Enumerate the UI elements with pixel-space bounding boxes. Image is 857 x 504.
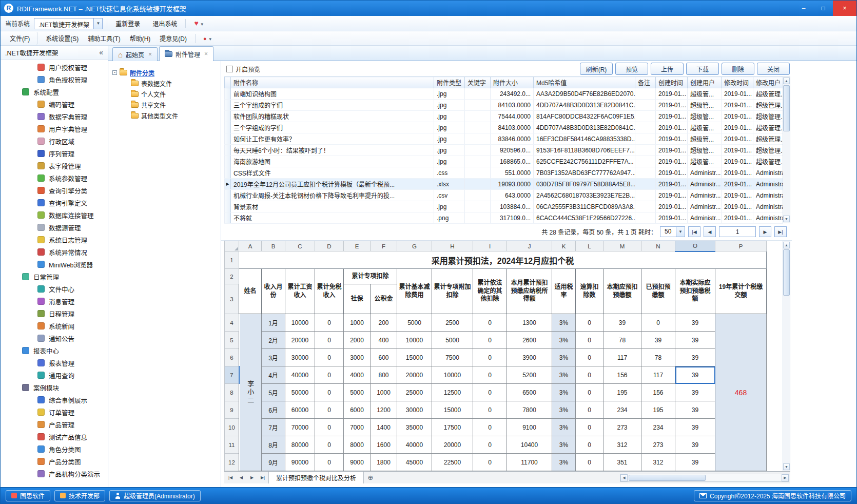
sheet-cell[interactable]: 0 bbox=[576, 436, 603, 454]
sheet-cell[interactable]: 22500 bbox=[432, 454, 473, 471]
sheet-vertical-scrollbar[interactable]: ▲ ▼ bbox=[783, 241, 790, 471]
sheet-cell[interactable]: 0 bbox=[576, 384, 603, 401]
sheet-cell[interactable]: 3% bbox=[552, 419, 576, 436]
chevron-down-icon[interactable]: ▼ bbox=[93, 18, 102, 29]
sidebar-item[interactable]: 报表中心 bbox=[1, 344, 108, 357]
add-sheet-icon[interactable]: ⊕ bbox=[364, 474, 377, 481]
attachment-row[interactable]: 三个字组成的字们 .jpg 84103.0000 4DD707A48B3D0D3… bbox=[225, 122, 783, 133]
sidebar-item[interactable]: 文件中心 bbox=[1, 283, 108, 295]
attachment-row[interactable]: 海南旅游地图 .jpg 168865.0... 625CCFE242C75611… bbox=[225, 156, 783, 167]
action-button[interactable]: 预览 bbox=[615, 63, 648, 75]
sheet-cell[interactable]: 0 bbox=[473, 384, 507, 401]
category-root-row[interactable]: - 附件分类 bbox=[112, 67, 217, 78]
scroll-left-icon[interactable]: ◀ bbox=[620, 474, 628, 481]
sidebar-item[interactable]: 通用查询 bbox=[1, 369, 108, 381]
sidebar-item[interactable]: 报表管理 bbox=[1, 357, 108, 369]
column-letter[interactable]: O bbox=[675, 241, 715, 251]
hdr-taxable[interactable]: 本月累计预扣预缴应纳税所得额 bbox=[507, 269, 552, 314]
row-number[interactable]: 4 bbox=[225, 314, 239, 332]
sidebar-item[interactable]: 数据源管理 bbox=[1, 221, 108, 234]
sidebar-item[interactable]: 案例模块 bbox=[1, 381, 108, 394]
close-tab-icon[interactable]: × bbox=[148, 51, 152, 58]
sidebar-item[interactable]: 数据库连接管理 bbox=[1, 209, 108, 221]
sidebar-item[interactable]: 测试产品信息 bbox=[1, 431, 108, 443]
col-header-size[interactable]: 附件大小 bbox=[491, 77, 534, 88]
sheet-cell[interactable]: 1000 bbox=[371, 384, 397, 401]
column-letter[interactable]: L bbox=[576, 241, 603, 251]
sidebar-item[interactable]: 日程管理 bbox=[1, 307, 108, 320]
sheet-cell[interactable]: 156 bbox=[641, 384, 675, 401]
sheet-cell[interactable]: 8000 bbox=[344, 436, 371, 454]
hdr-special-group[interactable]: 累计专项扣除 bbox=[344, 269, 397, 284]
sheet-cell[interactable]: 0 bbox=[315, 384, 344, 401]
sidebar-item[interactable]: 综合事例展示 bbox=[1, 394, 108, 406]
sheet-cell[interactable]: 3% bbox=[552, 332, 576, 349]
sheet-cell[interactable]: 195 bbox=[603, 384, 641, 401]
sheet-cell[interactable]: 273 bbox=[641, 436, 675, 454]
sheet-cell[interactable]: 3月 bbox=[262, 349, 285, 366]
sheet-cell[interactable]: 3% bbox=[552, 384, 576, 401]
sidebar-item[interactable]: 用户授权管理 bbox=[1, 61, 108, 73]
sheet-cell[interactable]: 0 bbox=[473, 401, 507, 419]
sheet-cell[interactable]: 5000 bbox=[397, 314, 432, 332]
sheet-cell[interactable]: 39 bbox=[675, 349, 715, 366]
col-header-name[interactable]: 附件名称 bbox=[231, 77, 434, 88]
attachment-row[interactable]: 如何让工作更有效率？ .jpg 83846.0000 16EF3CD8F5841… bbox=[225, 133, 783, 145]
sheet-cell[interactable]: 0 bbox=[315, 314, 344, 332]
sheet-cell[interactable]: 0 bbox=[315, 454, 344, 471]
sheet-cell[interactable]: 5000 bbox=[432, 332, 473, 349]
sheet-cell[interactable]: 25000 bbox=[397, 384, 432, 401]
scroll-right-icon[interactable]: ▶ bbox=[782, 474, 789, 481]
scrollbar-thumb[interactable] bbox=[629, 475, 706, 481]
action-button[interactable]: 上传 bbox=[651, 63, 684, 75]
sheet-cell[interactable]: 39 bbox=[675, 419, 715, 436]
sheet-cell[interactable]: 9100 bbox=[507, 419, 552, 436]
hdr-rate[interactable]: 适用税率 bbox=[552, 269, 576, 314]
row-number[interactable]: 1 bbox=[225, 251, 239, 269]
sidebar-item[interactable]: 订单管理 bbox=[1, 406, 108, 418]
sheet-cell[interactable]: 1300 bbox=[507, 314, 552, 332]
attachment-row[interactable]: 前端知识结构图 .jpg 243492.0... AA3A2D9B50D4F76… bbox=[225, 88, 783, 100]
sidebar-item[interactable]: 编码管理 bbox=[1, 98, 108, 110]
sidebar-item[interactable]: 消息管理 bbox=[1, 295, 108, 307]
sheet-cell[interactable]: 20000 bbox=[285, 332, 315, 349]
sheet-cell[interactable]: 2600 bbox=[507, 332, 552, 349]
sheet-cell[interactable]: 0 bbox=[641, 314, 675, 332]
sheet-cell[interactable]: 6月 bbox=[262, 401, 285, 419]
hdr-actual[interactable]: 本期实际应预扣预缴税额 bbox=[675, 269, 715, 314]
sheet-cell[interactable]: 0 bbox=[315, 436, 344, 454]
sheet-cell[interactable]: 0 bbox=[473, 349, 507, 366]
action-button[interactable]: 下载 bbox=[686, 63, 719, 75]
sheet-cell[interactable]: 10000 bbox=[432, 366, 473, 384]
col-header-keyword[interactable]: 关键字 bbox=[465, 77, 491, 88]
sheet-cell[interactable]: 0 bbox=[576, 419, 603, 436]
page-size-combobox[interactable]: 50 ▼ bbox=[660, 226, 685, 237]
sheet-cell[interactable]: 39 bbox=[675, 454, 715, 471]
scroll-up-icon[interactable]: ▲ bbox=[783, 77, 790, 84]
tab-attachments[interactable]: 附件管理 × bbox=[159, 46, 213, 61]
sheet-cell[interactable]: 39 bbox=[675, 436, 715, 454]
sheet-cell[interactable]: 30000 bbox=[285, 349, 315, 366]
col-header-created[interactable]: 创建时间 bbox=[656, 77, 688, 88]
sheet-cell[interactable]: 3% bbox=[552, 436, 576, 454]
sheet-cell[interactable]: 39 bbox=[675, 401, 715, 419]
col-header-remark[interactable]: 备注 bbox=[635, 77, 656, 88]
action-button[interactable]: 删除 bbox=[722, 63, 754, 75]
sheet-cell[interactable]: 0 bbox=[315, 419, 344, 436]
sheet-cell[interactable]: 20000 bbox=[432, 436, 473, 454]
sidebar-item[interactable]: 行政区域 bbox=[1, 135, 108, 147]
row-number-selected[interactable]: 7 bbox=[225, 366, 239, 384]
system-combobox[interactable]: .NET敏捷开发框架 ▼ bbox=[34, 18, 103, 29]
row-number[interactable]: 2 bbox=[225, 269, 239, 284]
favorite-menu-button[interactable]: ♥▼ bbox=[190, 17, 208, 29]
hdr-social[interactable]: 社保 bbox=[344, 284, 371, 314]
sheet-cell[interactable]: 12500 bbox=[432, 384, 473, 401]
sheet-cell[interactable]: 351 bbox=[603, 454, 641, 471]
sidebar-item[interactable]: 数据字典管理 bbox=[1, 110, 108, 123]
attachment-row[interactable]: 背景素材 .jpg 103884.0... 06CA2555F3B311CBFC… bbox=[225, 201, 783, 212]
row-number[interactable]: 12 bbox=[225, 454, 239, 471]
sidebar-item[interactable]: 序列管理 bbox=[1, 147, 108, 160]
hdr-cum-salary[interactable]: 累计工资收入 bbox=[285, 269, 315, 314]
sheet-cell[interactable]: 45000 bbox=[397, 454, 432, 471]
sheet-cell[interactable]: 15000 bbox=[397, 349, 432, 366]
